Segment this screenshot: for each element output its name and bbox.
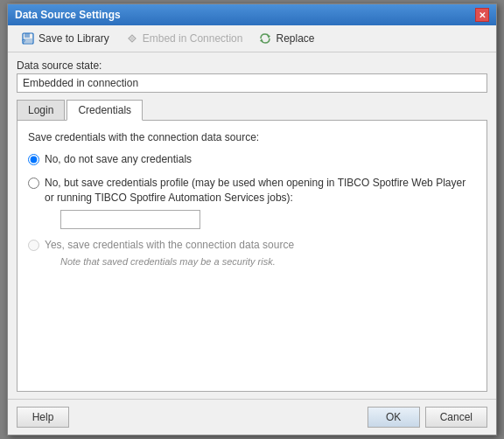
- cancel-button[interactable]: Cancel: [425, 407, 487, 428]
- embed-in-connection-button[interactable]: Embed in Connection: [119, 29, 249, 48]
- radio-no-save[interactable]: [28, 154, 39, 165]
- tab-credentials[interactable]: Credentials: [66, 100, 143, 121]
- radio-item-save-profile: No, but save credentials profile (may be…: [28, 176, 476, 230]
- embed-icon: [125, 31, 139, 45]
- state-label: Data source state:: [17, 59, 487, 72]
- save-icon: ?: [21, 31, 35, 45]
- dialog-title: Data Source Settings: [15, 9, 121, 21]
- body: Data source state: Embedded in connectio…: [8, 52, 496, 399]
- toolbar: ? Save to Library Embed in Connection: [8, 25, 496, 52]
- radio-save-profile[interactable]: [28, 178, 39, 189]
- svg-marker-5: [267, 35, 270, 38]
- embed-in-connection-label: Embed in Connection: [143, 32, 243, 45]
- radio-item-yes-save: Yes, save credentials with the connectio…: [28, 238, 476, 267]
- radio-item-no-save: No, do not save any credentials: [28, 152, 476, 167]
- tab-login[interactable]: Login: [17, 100, 65, 120]
- state-value: Embedded in connection: [17, 73, 487, 93]
- save-to-library-label: Save to Library: [38, 32, 109, 45]
- svg-marker-6: [260, 38, 263, 42]
- help-button[interactable]: Help: [17, 407, 69, 428]
- replace-button[interactable]: Replace: [252, 29, 320, 48]
- radio-no-save-label: No, do not save any credentials: [45, 152, 192, 167]
- radio-save-profile-label: No, but save credentials profile (may be…: [45, 177, 466, 204]
- replace-label: Replace: [276, 32, 314, 45]
- profile-input[interactable]: [60, 210, 200, 229]
- footer-left: Help: [17, 407, 69, 428]
- title-bar: Data Source Settings ✕: [8, 4, 496, 25]
- tab-content-credentials: Save credentials with the connection dat…: [17, 121, 487, 392]
- radio-yes-save-label: Yes, save credentials with the connectio…: [45, 239, 294, 251]
- svg-text:?: ?: [22, 38, 25, 45]
- replace-icon: [258, 31, 272, 45]
- footer: Help OK Cancel: [8, 399, 496, 435]
- ok-button[interactable]: OK: [368, 407, 420, 428]
- radio-group: No, do not save any credentials No, but …: [28, 152, 476, 267]
- tabs: Login Credentials: [17, 100, 487, 121]
- section-label: Save credentials with the connection dat…: [28, 131, 476, 143]
- save-to-library-button[interactable]: ? Save to Library: [15, 29, 116, 48]
- radio-yes-save[interactable]: [28, 240, 39, 251]
- dialog: Data Source Settings ✕ ? Save to Library: [7, 3, 497, 436]
- svg-point-4: [130, 37, 134, 40]
- svg-rect-1: [24, 33, 30, 38]
- footer-right: OK Cancel: [368, 407, 487, 428]
- close-button[interactable]: ✕: [475, 8, 489, 22]
- security-note: Note that saved credentials may be a sec…: [60, 256, 294, 267]
